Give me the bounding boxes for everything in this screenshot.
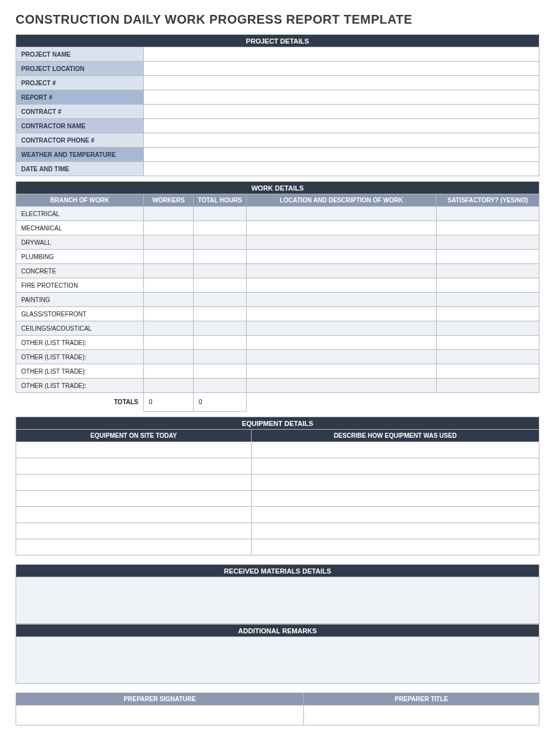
totals-hours[interactable]: 0 — [194, 393, 247, 412]
project-detail-label: WEATHER AND TEMPERATURE — [16, 148, 144, 162]
work-satisfactory-cell[interactable] — [437, 207, 539, 221]
equipment-used-cell[interactable] — [252, 442, 539, 458]
work-branch-label: OTHER (LIST TRADE): — [16, 336, 144, 350]
equipment-onsite-cell[interactable] — [16, 507, 252, 523]
received-materials-box[interactable] — [16, 577, 539, 624]
work-workers-cell[interactable] — [144, 307, 194, 321]
work-hours-cell[interactable] — [194, 336, 247, 350]
work-workers-cell[interactable] — [144, 350, 194, 364]
equipment-used-cell[interactable] — [252, 475, 539, 491]
work-satisfactory-cell[interactable] — [437, 350, 539, 364]
work-hours-cell[interactable] — [194, 364, 247, 379]
col-equipment-used: DESCRIBE HOW EQUIPMENT WAS USED — [252, 430, 539, 442]
work-satisfactory-cell[interactable] — [437, 293, 539, 307]
project-detail-value[interactable] — [144, 162, 539, 176]
work-satisfactory-cell[interactable] — [437, 235, 539, 250]
work-satisfactory-cell[interactable] — [437, 250, 539, 264]
project-detail-label: CONTRACTOR NAME — [16, 119, 144, 133]
project-detail-value[interactable] — [144, 105, 539, 119]
work-branch-label: FIRE PROTECTION — [16, 278, 144, 293]
work-workers-cell[interactable] — [144, 293, 194, 307]
col-equipment-onsite: EQUIPMENT ON SITE TODAY — [16, 430, 252, 442]
work-location-cell[interactable] — [247, 278, 437, 293]
work-hours-cell[interactable] — [194, 207, 247, 221]
equipment-onsite-cell[interactable] — [16, 539, 252, 555]
work-satisfactory-cell[interactable] — [437, 336, 539, 350]
work-hours-cell[interactable] — [194, 293, 247, 307]
work-workers-cell[interactable] — [144, 364, 194, 379]
work-row: OTHER (LIST TRADE): — [16, 364, 539, 379]
work-hours-cell[interactable] — [194, 307, 247, 321]
work-location-cell[interactable] — [247, 321, 437, 336]
work-hours-cell[interactable] — [194, 321, 247, 336]
project-detail-value[interactable] — [144, 133, 539, 148]
col-location: LOCATION AND DESCRIPTION OF WORK — [247, 194, 437, 207]
work-satisfactory-cell[interactable] — [437, 221, 539, 235]
work-workers-cell[interactable] — [144, 278, 194, 293]
additional-remarks-header: ADDITIONAL REMARKS — [16, 625, 539, 637]
work-satisfactory-cell[interactable] — [437, 321, 539, 336]
work-location-cell[interactable] — [247, 336, 437, 350]
work-location-cell[interactable] — [247, 364, 437, 379]
work-hours-cell[interactable] — [194, 264, 247, 278]
work-hours-cell[interactable] — [194, 250, 247, 264]
work-workers-cell[interactable] — [144, 336, 194, 350]
work-row: CONCRETE — [16, 264, 539, 278]
equipment-onsite-cell[interactable] — [16, 475, 252, 491]
work-satisfactory-cell[interactable] — [437, 307, 539, 321]
work-branch-label: GLASS/STOREFRONT — [16, 307, 144, 321]
work-workers-cell[interactable] — [144, 250, 194, 264]
work-location-cell[interactable] — [247, 307, 437, 321]
work-workers-cell[interactable] — [144, 264, 194, 278]
equipment-used-cell[interactable] — [252, 523, 539, 539]
work-location-cell[interactable] — [247, 250, 437, 264]
work-satisfactory-cell[interactable] — [437, 278, 539, 293]
signature-table: PREPARER SIGNATURE PREPARER TITLE — [16, 692, 539, 725]
project-detail-value[interactable] — [144, 148, 539, 162]
equipment-used-cell[interactable] — [252, 539, 539, 555]
work-workers-cell[interactable] — [144, 221, 194, 235]
work-hours-cell[interactable] — [194, 350, 247, 364]
equipment-onsite-cell[interactable] — [16, 442, 252, 458]
equipment-used-cell[interactable] — [252, 491, 539, 507]
project-detail-value[interactable] — [144, 76, 539, 90]
work-satisfactory-cell[interactable] — [437, 364, 539, 379]
work-location-cell[interactable] — [247, 293, 437, 307]
preparer-signature-cell[interactable] — [16, 706, 304, 725]
totals-label: TOTALS — [16, 393, 144, 412]
equipment-used-cell[interactable] — [252, 458, 539, 475]
work-branch-label: PLUMBING — [16, 250, 144, 264]
project-detail-label: CONTRACTOR PHONE # — [16, 133, 144, 148]
preparer-signature-header: PREPARER SIGNATURE — [16, 693, 304, 706]
work-branch-label: DRYWALL — [16, 235, 144, 250]
work-workers-cell[interactable] — [144, 321, 194, 336]
work-location-cell[interactable] — [247, 379, 437, 393]
work-location-cell[interactable] — [247, 264, 437, 278]
totals-workers[interactable]: 0 — [144, 393, 194, 412]
work-satisfactory-cell[interactable] — [437, 379, 539, 393]
work-hours-cell[interactable] — [194, 221, 247, 235]
project-detail-value[interactable] — [144, 119, 539, 133]
work-workers-cell[interactable] — [144, 207, 194, 221]
work-location-cell[interactable] — [247, 235, 437, 250]
work-satisfactory-cell[interactable] — [437, 264, 539, 278]
work-location-cell[interactable] — [247, 221, 437, 235]
work-details-header: WORK DETAILS — [16, 182, 539, 194]
project-detail-label: REPORT # — [16, 90, 144, 105]
equipment-onsite-cell[interactable] — [16, 523, 252, 539]
preparer-title-cell[interactable] — [304, 706, 539, 725]
work-hours-cell[interactable] — [194, 379, 247, 393]
work-workers-cell[interactable] — [144, 379, 194, 393]
work-workers-cell[interactable] — [144, 235, 194, 250]
work-location-cell[interactable] — [247, 350, 437, 364]
equipment-used-cell[interactable] — [252, 507, 539, 523]
work-hours-cell[interactable] — [194, 235, 247, 250]
work-hours-cell[interactable] — [194, 278, 247, 293]
equipment-onsite-cell[interactable] — [16, 458, 252, 475]
project-detail-value[interactable] — [144, 62, 539, 76]
project-detail-value[interactable] — [144, 47, 539, 62]
work-location-cell[interactable] — [247, 207, 437, 221]
project-detail-value[interactable] — [144, 90, 539, 105]
additional-remarks-box[interactable] — [16, 637, 539, 684]
equipment-onsite-cell[interactable] — [16, 491, 252, 507]
